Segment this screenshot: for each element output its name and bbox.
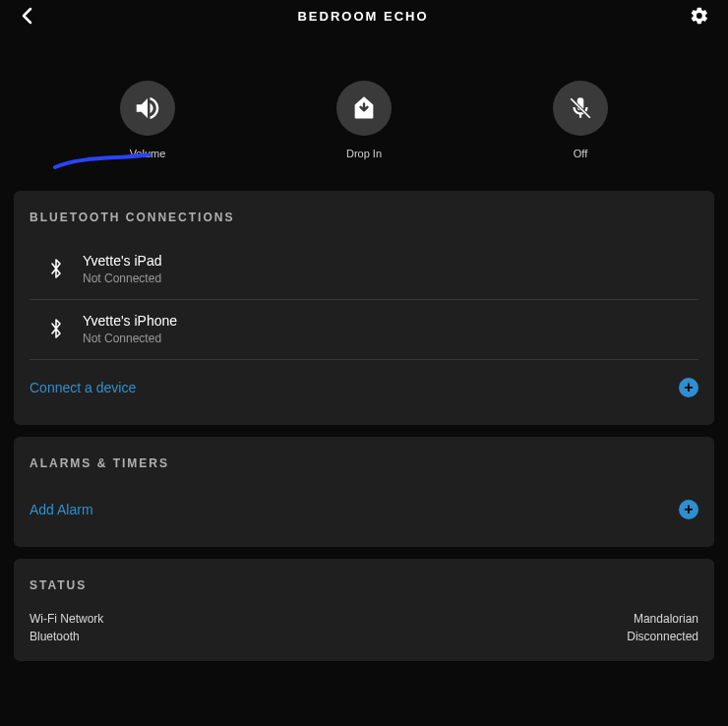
connect-device-link[interactable]: Connect a device +: [14, 360, 714, 425]
volume-label: Volume: [130, 148, 166, 159]
alarms-heading: ALARMS & TIMERS: [14, 437, 714, 486]
off-action[interactable]: Off: [512, 81, 649, 159]
status-card: STATUS Wi-Fi Network Mandalorian Bluetoo…: [14, 559, 714, 661]
plus-icon: +: [679, 378, 698, 397]
off-label: Off: [574, 148, 587, 159]
bluetooth-device-text: Yvette's iPhone Not Connected: [83, 312, 177, 345]
dropin-action[interactable]: Drop In: [295, 81, 433, 159]
volume-icon-circle: [120, 81, 175, 136]
dropin-icon: [350, 94, 378, 122]
bluetooth-card: BLUETOOTH CONNECTIONS Yvette's iPad Not …: [14, 191, 714, 425]
status-bluetooth-label: Bluetooth: [30, 630, 80, 643]
bluetooth-icon: [45, 316, 67, 341]
bluetooth-heading: BLUETOOTH CONNECTIONS: [14, 191, 714, 240]
back-button[interactable]: [18, 6, 37, 26]
connect-device-label: Connect a device: [30, 380, 136, 395]
add-alarm-link[interactable]: Add Alarm +: [14, 486, 714, 547]
chevron-left-icon: [21, 7, 34, 25]
bluetooth-icon: [45, 256, 67, 281]
gear-icon: [690, 6, 709, 26]
status-bluetooth-value: Disconnected: [627, 630, 698, 643]
header: BEDROOM ECHO: [0, 0, 728, 31]
status-wifi-row: Wi-Fi Network Mandalorian: [14, 610, 714, 628]
volume-icon: [133, 93, 162, 123]
bluetooth-device-status: Not Connected: [83, 332, 177, 345]
volume-action[interactable]: Volume: [79, 81, 216, 159]
status-heading: STATUS: [14, 559, 714, 608]
actions-row: Volume Drop In Off: [0, 31, 728, 179]
bluetooth-device-row[interactable]: Yvette's iPhone Not Connected: [30, 300, 698, 360]
alarms-card: ALARMS & TIMERS Add Alarm +: [14, 437, 714, 547]
status-bluetooth-row: Bluetooth Disconnected: [14, 628, 714, 645]
bluetooth-device-row[interactable]: Yvette's iPad Not Connected: [30, 240, 698, 300]
dropin-icon-circle: [336, 81, 392, 136]
bluetooth-device-name: Yvette's iPhone: [83, 312, 177, 330]
bluetooth-device-name: Yvette's iPad: [83, 252, 162, 270]
plus-icon: +: [679, 500, 698, 519]
add-alarm-label: Add Alarm: [30, 502, 93, 517]
status-wifi-value: Mandalorian: [634, 612, 698, 626]
status-wifi-label: Wi-Fi Network: [30, 612, 103, 626]
bluetooth-device-text: Yvette's iPad Not Connected: [83, 252, 162, 285]
bluetooth-device-status: Not Connected: [83, 272, 162, 285]
settings-button[interactable]: [689, 5, 710, 27]
mic-off-icon: [568, 95, 593, 121]
dropin-label: Drop In: [346, 148, 382, 159]
page-title: BEDROOM ECHO: [297, 9, 428, 24]
off-icon-circle: [553, 81, 608, 136]
